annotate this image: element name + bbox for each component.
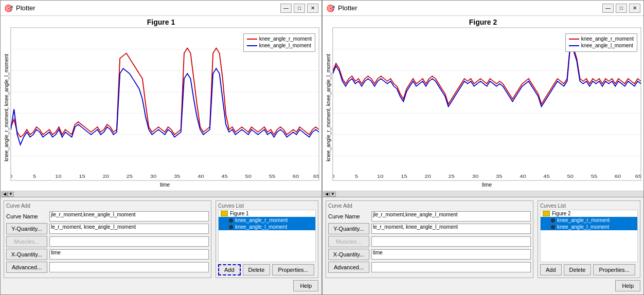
delete-button-1[interactable]: Delete — [243, 264, 271, 275]
muscles-row-1: Muscles... — [6, 236, 209, 247]
add-button-2[interactable]: Add — [540, 264, 562, 275]
legend-line-l-1 — [247, 45, 257, 46]
bottom-panel-1: Curve Add Curve Name jle_r_moment,knee_a… — [1, 197, 321, 294]
y-axis-label-1: knee_angle_r_moment, knee_angle_l_moment — [3, 27, 10, 188]
advanced-input-2[interactable] — [371, 262, 531, 272]
add-button-1[interactable]: Add — [218, 264, 241, 275]
legend-line-r-1 — [247, 39, 257, 40]
svg-text:65: 65 — [635, 174, 641, 179]
bottom-row-1: Curve Add Curve Name jle_r_moment,knee_a… — [4, 200, 318, 278]
delete-button-2[interactable]: Delete — [564, 264, 592, 275]
tree-figure-2[interactable]: Figure 2 — [541, 210, 637, 217]
legend-item-r-1: knee_angle_r_moment — [247, 36, 312, 42]
close-button-2[interactable]: ✕ — [629, 4, 640, 13]
bottom-row-2: Curve Add Curve Name jle_r_moment,knee_a… — [326, 200, 640, 278]
legend-item-l-2: knee_angle_l_moment — [569, 43, 634, 48]
scroll-down-1[interactable]: ▼ — [8, 192, 14, 197]
advanced-row-2: Advanced... — [328, 262, 531, 273]
maximize-button-2[interactable]: □ — [616, 4, 627, 13]
svg-text:30: 30 — [150, 174, 157, 179]
y-quantity-button-1[interactable]: Y-Quantity... — [6, 223, 47, 234]
svg-text:25: 25 — [449, 174, 455, 179]
scrollbar-1: ◀ ▼ — [1, 191, 321, 197]
advanced-row-1: Advanced... — [6, 262, 209, 273]
svg-text:40: 40 — [520, 174, 526, 179]
x-quantity-input-2[interactable]: time — [371, 249, 531, 260]
curve-dot-l-1 — [229, 225, 233, 229]
svg-text:0: 0 — [332, 174, 335, 179]
x-quantity-button-2[interactable]: X-Quantity... — [328, 249, 369, 260]
title-bar-1: 🎯 Plotter — □ ✕ — [1, 1, 321, 16]
scrollbar-2: ◀ ▼ — [323, 191, 643, 197]
chart-title-2: Figure 2 — [325, 18, 641, 26]
y-quantity-row-1: Y-Quantity... le_r_moment, knee_angle_l_… — [6, 223, 209, 234]
properties-button-2[interactable]: Properties... — [593, 264, 635, 275]
x-axis-label-2: time — [332, 182, 641, 188]
legend-item-l-1: knee_angle_l_moment — [247, 43, 312, 48]
x-quantity-input-1[interactable]: time — [49, 249, 209, 260]
svg-text:45: 45 — [221, 174, 228, 179]
muscles-button-1[interactable]: Muscles... — [6, 236, 47, 247]
muscles-input-2[interactable] — [371, 236, 531, 247]
properties-button-1[interactable]: Properties... — [272, 264, 314, 275]
legend-label-l-1: knee_angle_l_moment — [259, 43, 311, 48]
close-button-1[interactable]: ✕ — [307, 4, 318, 13]
curves-tree-1: Figure 1 knee_angle_r_moment knee_angle_… — [218, 210, 316, 262]
svg-text:50: 50 — [567, 174, 574, 179]
y-quantity-input-2[interactable]: le_r_moment, knee_angle_l_moment — [371, 224, 531, 234]
window-controls-2: — □ ✕ — [602, 4, 640, 13]
svg-text:60: 60 — [293, 174, 299, 179]
legend-2: knee_angle_r_moment knee_angle_l_moment — [565, 33, 637, 52]
svg-text:45: 45 — [543, 174, 550, 179]
y-quantity-input-1[interactable]: le_r_moment, knee_angle_l_moment — [49, 224, 209, 234]
action-buttons-1: Add Delete Properties... — [218, 264, 316, 275]
svg-text:15: 15 — [401, 174, 407, 179]
legend-item-r-2: knee_angle_r_moment — [569, 36, 634, 42]
maximize-button-1[interactable]: □ — [294, 4, 305, 13]
scroll-down-2[interactable]: ▼ — [330, 192, 336, 197]
advanced-input-1[interactable] — [49, 262, 209, 272]
muscles-row-2: Muscles... — [328, 236, 531, 247]
tree-curve-l-label-2: knee_angle_l_moment — [557, 224, 609, 230]
scroll-left-2[interactable]: ◀ — [324, 192, 330, 197]
x-axis-label-1: time — [10, 182, 319, 188]
advanced-button-1[interactable]: Advanced... — [6, 262, 47, 273]
chart-container-1: Figure 1 knee_angle_r_moment, knee_angle… — [3, 18, 319, 189]
svg-text:5: 5 — [33, 174, 37, 179]
muscles-input-1[interactable] — [49, 236, 209, 247]
help-button-2[interactable]: Help — [615, 280, 640, 291]
advanced-button-2[interactable]: Advanced... — [328, 262, 369, 273]
curves-list-label-2: Curves List — [540, 203, 638, 209]
curves-list-section-1: Curves List Figure 1 knee_angle_r_moment… — [216, 200, 318, 278]
legend-line-r-2 — [569, 39, 579, 40]
x-quantity-button-1[interactable]: X-Quantity... — [6, 249, 47, 260]
scroll-left-1[interactable]: ◀ — [2, 192, 8, 197]
curve-name-row-1: Curve Name jle_r_moment,knee_angle_l_mom… — [6, 211, 209, 222]
svg-text:15: 15 — [79, 174, 85, 179]
minimize-button-2[interactable]: — — [602, 4, 614, 13]
tree-curve-l-2[interactable]: knee_angle_l_moment — [541, 224, 637, 230]
tree-curve-r-1[interactable]: knee_angle_r_moment — [219, 217, 315, 224]
svg-text:55: 55 — [269, 174, 276, 179]
y-quantity-button-2[interactable]: Y-Quantity... — [328, 223, 369, 234]
help-row-1: Help — [4, 280, 318, 291]
curve-add-label-1: Curve Add — [6, 203, 209, 209]
chart-container-2: Figure 2 knee_angle_r_moment, knee_angle… — [325, 18, 641, 189]
window-title-2: Plotter — [338, 4, 602, 12]
tree-curve-l-1[interactable]: knee_angle_l_moment — [219, 224, 315, 230]
curve-dot-l-2 — [551, 225, 555, 229]
muscles-button-2[interactable]: Muscles... — [328, 236, 369, 247]
svg-text:0: 0 — [10, 174, 13, 179]
tree-curve-r-2[interactable]: knee_angle_r_moment — [541, 217, 637, 224]
plotter-icon-2: 🎯 — [326, 4, 335, 13]
legend-label-l-2: knee_angle_l_moment — [581, 43, 633, 48]
curve-add-section-1: Curve Add Curve Name jle_r_moment,knee_a… — [4, 200, 211, 278]
curve-name-input-1[interactable]: jle_r_moment,knee_angle_l_moment — [49, 211, 209, 222]
minimize-button-1[interactable]: — — [280, 4, 292, 13]
svg-text:65: 65 — [313, 174, 319, 179]
help-button-1[interactable]: Help — [293, 280, 318, 291]
svg-text:10: 10 — [55, 174, 62, 179]
curve-name-input-2[interactable]: jle_r_moment,knee_angle_l_moment — [371, 211, 531, 222]
curves-list-label-1: Curves List — [218, 203, 316, 209]
tree-figure-1[interactable]: Figure 1 — [219, 210, 315, 217]
